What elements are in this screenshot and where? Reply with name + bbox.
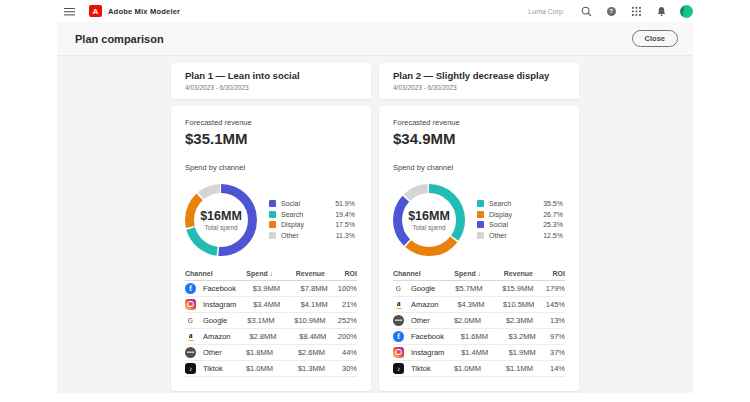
legend-value: 35.5% bbox=[543, 200, 563, 207]
column-header-spend[interactable]: Spend↓ bbox=[225, 270, 273, 277]
channel-name: Google bbox=[411, 284, 435, 293]
table-row[interactable]: fFacebook$1.6MM$3.2MM97% bbox=[393, 329, 565, 345]
roi-cell: 44% bbox=[325, 348, 357, 357]
table-row[interactable]: aAmazon$2.8MM$8.4MM200% bbox=[185, 329, 357, 345]
spend-cell: $1.8MM bbox=[225, 348, 273, 357]
channel-name: Facebook bbox=[203, 284, 236, 293]
column-header-channel[interactable]: Channel bbox=[393, 270, 433, 277]
org-name[interactable]: Luma Corp bbox=[528, 8, 563, 15]
channel-name: Tiktok bbox=[411, 364, 431, 373]
column-header-roi[interactable]: ROI bbox=[325, 270, 357, 277]
spend-cell: $2.0MM bbox=[433, 316, 481, 325]
column-header-revenue[interactable]: Revenue bbox=[273, 270, 325, 277]
legend-value: 25.3% bbox=[543, 221, 563, 228]
forecasted-revenue-label: Forecasted revenue bbox=[185, 118, 357, 127]
legend-swatch bbox=[477, 211, 484, 218]
donut-chart: $16MM Total spend bbox=[185, 184, 257, 256]
apps-grid-icon[interactable] bbox=[630, 5, 642, 17]
channel-cell: GGoogle bbox=[185, 315, 227, 326]
channel-cell: Instagram bbox=[185, 299, 236, 310]
panel-header: Plan comparison Close bbox=[57, 22, 693, 56]
legend-value: 11.3% bbox=[336, 232, 355, 239]
plan-date-range: 4/03/2023 - 6/30/2023 bbox=[185, 84, 357, 91]
column-header-roi[interactable]: ROI bbox=[533, 270, 565, 277]
spend-cell: $1.6MM bbox=[444, 332, 488, 341]
column-header-spend[interactable]: Spend↓ bbox=[433, 270, 481, 277]
roi-cell: 179% bbox=[534, 284, 565, 293]
app-title: Adobe Mix Modeler bbox=[108, 7, 180, 16]
legend-row: Display26.7% bbox=[477, 211, 563, 218]
donut-legend: Social51.9%Search19.4%Display17.5%Other1… bbox=[269, 200, 357, 239]
table-row[interactable]: ♪Tiktok$1.0MM$1.3MM30% bbox=[185, 361, 357, 377]
search-icon[interactable] bbox=[580, 5, 592, 17]
legend-value: 26.7% bbox=[543, 211, 563, 218]
table-row[interactable]: fFacebook$3.9MM$7.8MM100% bbox=[185, 281, 357, 297]
revenue-cell: $1.1MM bbox=[481, 364, 533, 373]
tiktok-icon: ♪ bbox=[185, 363, 196, 374]
roi-cell: 37% bbox=[536, 348, 565, 357]
channel-cell: ♪Tiktok bbox=[393, 363, 433, 374]
table-row[interactable]: ⋯Other$1.8MM$2.6MM44% bbox=[185, 345, 357, 361]
table-row[interactable]: Instagram$1.4MM$1.9MM37% bbox=[393, 345, 565, 361]
forecasted-revenue-value: $35.1MM bbox=[185, 130, 357, 147]
legend-label: Display bbox=[281, 221, 313, 228]
legend-row: Display17.5% bbox=[269, 221, 355, 228]
table-row[interactable]: aAmazon$4.3MM$10.5MM145% bbox=[393, 297, 565, 313]
legend-label: Other bbox=[281, 232, 313, 239]
top-navigation-bar: A Adobe Mix Modeler Luma Corp ? bbox=[0, 0, 750, 22]
legend-swatch bbox=[269, 211, 276, 218]
channel-spend-table: Channel Spend↓ Revenue ROI fFacebook$3.9… bbox=[185, 267, 357, 377]
plan-date-range: 4/03/2023 - 6/30/2023 bbox=[393, 84, 565, 91]
legend-label: Social bbox=[489, 221, 521, 228]
column-header-revenue[interactable]: Revenue bbox=[481, 270, 533, 277]
revenue-cell: $1.3MM bbox=[273, 364, 325, 373]
table-row[interactable]: GGoogle$3.1MM$10.9MM252% bbox=[185, 313, 357, 329]
table-row[interactable]: Instagram$3.4MM$4.1MM21% bbox=[185, 297, 357, 313]
channel-name: Amazon bbox=[411, 300, 439, 309]
column-header-channel[interactable]: Channel bbox=[185, 270, 225, 277]
table-body: GGoogle$5.7MM$15.9MM179%aAmazon$4.3MM$10… bbox=[393, 281, 565, 377]
close-button[interactable]: Close bbox=[632, 30, 678, 47]
plan-title: Plan 1 — Lean into social bbox=[185, 70, 357, 81]
spend-cell: $3.1MM bbox=[227, 316, 274, 325]
instagram-icon bbox=[185, 299, 196, 310]
help-icon[interactable]: ? bbox=[605, 5, 617, 17]
revenue-cell: $1.9MM bbox=[488, 348, 536, 357]
user-avatar[interactable] bbox=[680, 5, 693, 18]
channel-cell: ♪Tiktok bbox=[185, 363, 225, 374]
spend-cell: $1.0MM bbox=[433, 364, 481, 373]
revenue-cell: $7.8MM bbox=[280, 284, 328, 293]
channel-spend-table: Channel Spend↓ Revenue ROI GGoogle$5.7MM… bbox=[393, 267, 565, 377]
legend-value: 12.5% bbox=[543, 232, 563, 239]
notifications-bell-icon[interactable] bbox=[655, 5, 667, 17]
forecasted-revenue-value: $34.9MM bbox=[393, 130, 565, 147]
menu-icon[interactable] bbox=[64, 7, 75, 16]
spend-cell: $2.8MM bbox=[231, 332, 277, 341]
table-row[interactable]: ♪Tiktok$1.0MM$1.1MM14% bbox=[393, 361, 565, 377]
table-body: fFacebook$3.9MM$7.8MM100%Instagram$3.4MM… bbox=[185, 281, 357, 377]
tiktok-icon: ♪ bbox=[393, 363, 404, 374]
spend-cell: $3.9MM bbox=[236, 284, 280, 293]
spend-chart-row: $16MM Total spend Search35.5%Display26.7… bbox=[393, 181, 565, 259]
table-row[interactable]: ⋯Other$2.0MM$2.3MM13% bbox=[393, 313, 565, 329]
roi-cell: 145% bbox=[534, 300, 565, 309]
plan-body-card: Forecasted revenue $35.1MM Spend by chan… bbox=[171, 106, 371, 391]
revenue-cell: $10.5MM bbox=[485, 300, 535, 309]
legend-value: 19.4% bbox=[335, 211, 355, 218]
revenue-cell: $4.1MM bbox=[280, 300, 328, 309]
channel-cell: fFacebook bbox=[185, 283, 236, 294]
spend-by-channel-label: Spend by channel bbox=[185, 163, 357, 172]
spend-cell: $1.4MM bbox=[444, 348, 488, 357]
plan-column: Plan 2 — Slightly decrease display 4/03/… bbox=[379, 63, 579, 391]
legend-label: Social bbox=[281, 200, 313, 207]
roi-cell: 30% bbox=[325, 364, 357, 373]
channel-name: Tiktok bbox=[203, 364, 223, 373]
legend-swatch bbox=[477, 200, 484, 207]
spend-chart-row: $16MM Total spend Social51.9%Search19.4%… bbox=[185, 181, 357, 259]
table-row[interactable]: GGoogle$5.7MM$15.9MM179% bbox=[393, 281, 565, 297]
instagram-icon bbox=[393, 347, 404, 358]
channel-cell: GGoogle bbox=[393, 283, 435, 294]
revenue-cell: $15.9MM bbox=[482, 284, 533, 293]
spend-by-channel-label: Spend by channel bbox=[393, 163, 565, 172]
google-icon: G bbox=[185, 315, 196, 326]
